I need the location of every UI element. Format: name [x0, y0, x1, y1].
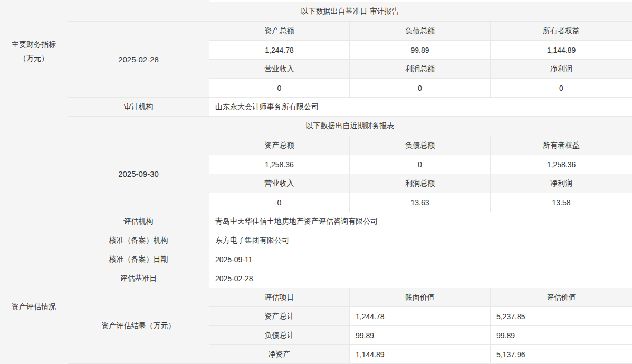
col-header-cell: 利润总额 [350, 174, 491, 193]
item-cell: 资产总计 [209, 307, 350, 325]
section-label-line: （万元） [0, 51, 68, 65]
value-cell: 1,144.89 [491, 41, 632, 59]
col-header-cell: 净利润 [491, 174, 632, 193]
row-label-cell: 评估机构 [68, 212, 209, 231]
value-cell: 99.89 [350, 41, 491, 59]
result-row-net-assets: 净资产 1,144.89 5,137.96 [209, 345, 632, 364]
col-header-cell: 负债总额 [350, 22, 491, 40]
book-value-cell: 1,144.89 [350, 345, 491, 363]
value-cell: 13.58 [491, 193, 632, 212]
approval-date-value: 2025-09-11 [209, 250, 632, 269]
value-row: 0 13.63 13.58 [209, 193, 632, 212]
section-label-financial-indicators: 主要财务指标 （万元） [0, 0, 68, 212]
evaluation-result-label: 资产评估结果（万元） [68, 288, 209, 364]
col-header-cell: 评估价值 [491, 288, 632, 306]
financial-block-rows: 资产总额 负债总额 所有者权益 1,244.78 99.89 1,144.89 … [209, 22, 632, 98]
band-title: 以下数据出自近期财务报表 [306, 121, 395, 131]
value-row: 1,258.36 0 1,258.36 [209, 155, 632, 174]
item-cell: 净资产 [209, 345, 350, 363]
assessed-value-cell: 5,137.96 [491, 345, 632, 363]
report-date-cell: 2025-02-28 [68, 22, 209, 98]
value-row: 0 0 0 [209, 79, 632, 98]
row-label-cell: 审计机构 [68, 98, 209, 116]
row-label-cell: 核准（备案）日期 [68, 250, 209, 269]
section-label-line: 主要财务指标 [0, 37, 68, 51]
section-column: 主要财务指标 （万元） 资产评估情况 [0, 0, 68, 364]
approval-org-value: 东方电子集团有限公司 [209, 231, 632, 250]
col-header-cell: 营业收入 [209, 60, 350, 78]
col-header-cell: 资产总额 [209, 136, 350, 155]
value-cell: 1,244.78 [209, 41, 350, 59]
assessed-value-cell: 99.89 [491, 326, 632, 344]
truncated-value-cell [209, 0, 632, 2]
value-cell: 13.63 [350, 193, 491, 212]
header-row: 评估项目 账面价值 评估价值 [209, 288, 632, 307]
value-cell: 1,258.36 [491, 155, 632, 174]
result-row-total-assets: 资产总计 1,244.78 5,237.85 [209, 307, 632, 326]
header-row: 营业收入 利润总额 净利润 [209, 60, 632, 79]
value-cell: 0 [491, 79, 632, 97]
audit-org-row: 审计机构 山东永大会计师事务所有限公司 [68, 98, 632, 117]
header-row: 营业收入 利润总额 净利润 [209, 174, 632, 193]
row-label-cell: 评估基准日 [68, 269, 209, 288]
col-header-cell: 营业收入 [209, 174, 350, 193]
evaluation-base-date-value: 2025-02-28 [209, 269, 632, 288]
row-label-cell: 核准（备案）机构 [68, 231, 209, 250]
evaluation-org-value: 青岛中天华佳信土地房地产资产评估咨询有限公司 [209, 212, 632, 231]
result-row-total-liabilities: 负债总计 99.89 99.89 [209, 326, 632, 345]
value-row: 1,244.78 99.89 1,144.89 [209, 41, 632, 60]
band-recent-statements: 以下数据出自近期财务报表 [68, 117, 632, 136]
value-cell: 0 [209, 193, 350, 212]
truncated-label-cell [68, 0, 209, 2]
band-audit-report: 以下数据出自基准日 审计报告 [68, 2, 632, 22]
col-header-cell: 资产总额 [209, 22, 350, 40]
approval-date-row: 核准（备案）日期 2025-09-11 [68, 250, 632, 269]
value-cell: 0 [350, 79, 491, 97]
col-header-cell: 账面价值 [350, 288, 491, 306]
financial-info-table: 主要财务指标 （万元） 资产评估情况 以下数据出自基准日 审计报告 2025-0… [0, 0, 632, 364]
evaluation-org-row: 评估机构 青岛中天华佳信土地房地产资产评估咨询有限公司 [68, 212, 632, 231]
financial-block-base-date: 2025-02-28 资产总额 负债总额 所有者权益 1,244.78 99.8… [68, 22, 632, 98]
col-header-cell: 净利润 [491, 60, 632, 78]
evaluation-base-date-row: 评估基准日 2025-02-28 [68, 269, 632, 288]
report-date-cell: 2025-09-30 [68, 136, 209, 212]
evaluation-result-block: 资产评估结果（万元） 评估项目 账面价值 评估价值 资产总计 1,244.78 … [68, 288, 632, 364]
header-row: 资产总额 负债总额 所有者权益 [209, 22, 632, 41]
value-cell: 0 [209, 79, 350, 97]
table-main-area: 以下数据出自基准日 审计报告 2025-02-28 资产总额 负债总额 所有者权… [68, 0, 632, 364]
col-header-cell: 所有者权益 [491, 22, 632, 40]
approval-org-row: 核准（备案）机构 东方电子集团有限公司 [68, 231, 632, 250]
assessed-value-cell: 5,237.85 [491, 307, 632, 325]
evaluation-result-rows: 评估项目 账面价值 评估价值 资产总计 1,244.78 5,237.85 负债… [209, 288, 632, 364]
book-value-cell: 99.89 [350, 326, 491, 344]
section-label-line: 资产评估情况 [0, 300, 68, 313]
band-title: 以下数据出自基准日 审计报告 [301, 7, 399, 16]
col-header-cell: 负债总额 [350, 136, 491, 155]
financial-block-rows: 资产总额 负债总额 所有者权益 1,258.36 0 1,258.36 营业收入… [209, 136, 632, 212]
header-row: 资产总额 负债总额 所有者权益 [209, 136, 632, 155]
item-cell: 负债总计 [209, 326, 350, 344]
section-label-asset-evaluation: 资产评估情况 [0, 212, 68, 364]
col-header-cell: 所有者权益 [491, 136, 632, 155]
value-cell: 1,258.36 [209, 155, 350, 174]
col-header-cell: 评估项目 [209, 288, 350, 306]
book-value-cell: 1,244.78 [350, 307, 491, 325]
value-cell: 0 [350, 155, 491, 174]
financial-block-recent: 2025-09-30 资产总额 负债总额 所有者权益 1,258.36 0 1,… [68, 136, 632, 212]
audit-org-value: 山东永大会计师事务所有限公司 [209, 98, 632, 116]
col-header-cell: 利润总额 [350, 60, 491, 78]
